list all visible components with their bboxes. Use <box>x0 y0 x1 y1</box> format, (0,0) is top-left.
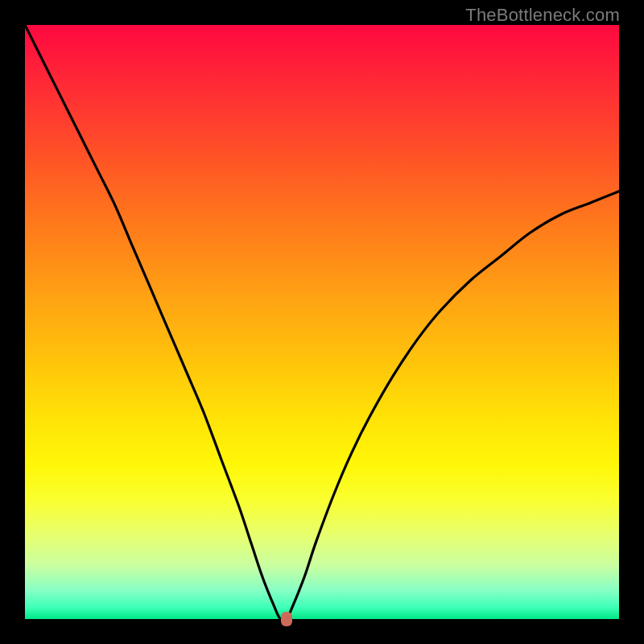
bottleneck-curve <box>25 25 619 619</box>
curve-svg <box>25 25 619 619</box>
chart-frame: TheBottleneck.com <box>0 0 644 644</box>
plot-area <box>25 25 619 619</box>
watermark-text: TheBottleneck.com <box>465 5 620 26</box>
target-marker <box>281 612 292 626</box>
